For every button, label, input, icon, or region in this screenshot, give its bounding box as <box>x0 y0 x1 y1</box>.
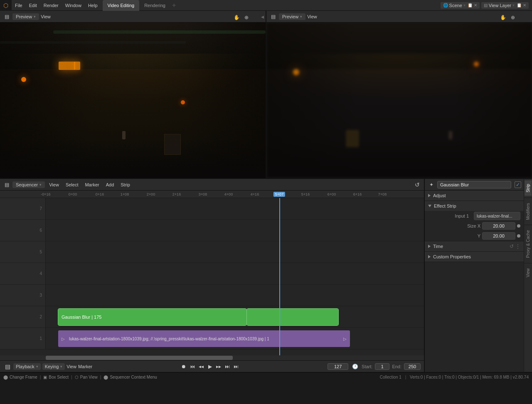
custom-properties-section: Custom Properties <box>425 252 524 262</box>
preview-right-type-selector[interactable]: Preview ▾ <box>279 13 305 20</box>
workspace-tabs: Video Editing Rendering + <box>103 0 441 11</box>
frame-controls: 🕐 Start: End: <box>328 362 421 371</box>
seq-menu-view[interactable]: View <box>47 179 62 190</box>
tab-view[interactable]: View <box>525 265 532 281</box>
add-workspace-button[interactable]: + <box>170 0 177 11</box>
custom-properties-section-header[interactable]: Custom Properties <box>425 252 524 262</box>
preview-area: ▤ Preview ▾ View ✋ ⊕ ◂ <box>0 11 532 179</box>
start-label: Start: <box>362 364 372 369</box>
end-label: End: <box>392 364 401 369</box>
tab-modifiers[interactable]: Modifiers <box>525 200 532 223</box>
step-forward-button[interactable]: ▸▸ <box>215 363 222 370</box>
adjust-section-header[interactable]: Adjust <box>425 191 524 201</box>
ruler-mark-current: 5+07 <box>273 192 285 197</box>
playback-menu-view[interactable]: View <box>66 364 76 369</box>
context-menu-button[interactable]: ⬤ Sequencer Context Menu <box>103 375 157 379</box>
blender-logo-icon[interactable]: ⬡ <box>0 0 12 11</box>
next-keyframe-button[interactable]: ⏭ <box>224 363 231 370</box>
menu-render[interactable]: Render <box>40 0 62 11</box>
seq-refresh-icon[interactable]: ↺ <box>413 181 421 189</box>
movie-strip[interactable]: ▷ lukas-walzer-final-artstation-1800x103… <box>58 330 350 347</box>
props-icon[interactable]: ✦ <box>427 181 436 189</box>
tab-video-editing[interactable]: Video Editing <box>103 0 140 11</box>
pan-view-button[interactable]: ⬡ Pan View <box>75 375 98 379</box>
menu-help[interactable]: Help <box>85 0 101 11</box>
preview-right-view-label[interactable]: View <box>307 14 317 19</box>
adjust-label: Adjust <box>433 193 446 198</box>
strip-name-input[interactable] <box>437 181 511 188</box>
track-row-5: 5 <box>0 241 424 263</box>
time-section-header[interactable]: Time ↺ ⋮ <box>425 241 524 251</box>
size-x-input[interactable]: 20.00 <box>482 222 515 230</box>
custom-props-label: Custom Properties <box>433 254 471 259</box>
time-section: Time ↺ ⋮ <box>425 241 524 252</box>
sequencer-scrollbar[interactable] <box>0 355 424 360</box>
preview-left-view-label[interactable]: View <box>41 14 51 19</box>
tab-proxy-cache[interactable]: Proxy & Cache <box>525 227 532 261</box>
jump-end-button[interactable]: ⏭ <box>232 363 240 370</box>
track-content-1: ▷ lukas-walzer-final-artstation-1800x103… <box>46 328 424 349</box>
preview-left-type-selector[interactable]: Preview ▾ <box>12 13 39 20</box>
current-frame-input[interactable] <box>328 363 348 370</box>
play-button[interactable]: ▶ <box>206 363 214 370</box>
step-back-button[interactable]: ◂◂ <box>197 363 205 370</box>
seq-menu-marker[interactable]: Marker <box>82 179 101 190</box>
preview-left-header: ▤ Preview ▾ View ✋ ⊕ ◂ <box>0 11 266 22</box>
keying-selector[interactable]: Keying ▾ <box>42 363 65 370</box>
custom-props-collapse-icon <box>428 255 431 258</box>
view-layer-selector[interactable]: ▤ View Layer ▾ 📋 ✕ <box>481 2 529 9</box>
playback-selector[interactable]: Playback ▾ <box>13 363 41 370</box>
time-sync-icon[interactable]: ↺ <box>510 243 514 249</box>
scene-selector[interactable]: 🌐 Scene ▾ 📋 ✕ <box>441 2 480 9</box>
prev-keyframe-button[interactable]: ⏮ <box>189 363 196 370</box>
preview-left-editor-icon[interactable]: ▤ <box>2 12 11 21</box>
pan-view-label: Pan View <box>80 375 98 379</box>
track-content-6 <box>46 220 424 241</box>
track-label-1: 1 <box>0 328 46 349</box>
status-divider-3: | <box>100 375 101 379</box>
size-y-label: Y <box>428 233 480 238</box>
box-select-button[interactable]: ▣ Box Select <box>43 375 69 379</box>
view-layer-name: View Layer <box>489 3 511 8</box>
menu-file[interactable]: File <box>12 0 26 11</box>
change-frame-button[interactable]: ⬤ Change Frame <box>3 375 37 379</box>
preview-left-hand-icon[interactable]: ✋ <box>232 13 241 22</box>
start-frame-input[interactable] <box>375 363 389 370</box>
playback-editor-icon[interactable]: ▤ <box>3 362 12 371</box>
effect-strip-section-header[interactable]: Effect Strip <box>425 201 524 211</box>
time-options-icon[interactable]: ⋮ <box>515 243 520 249</box>
preview-left-collapse-icon[interactable]: ◂ <box>261 13 264 20</box>
props-header: ✦ ✓ <box>425 179 524 191</box>
preview-left-canvas <box>0 22 266 178</box>
end-frame-input[interactable] <box>404 363 421 370</box>
strip-enable-checkbox[interactable]: ✓ <box>515 181 521 188</box>
preview-right-editor-icon[interactable]: ▤ <box>269 12 277 21</box>
menu-edit[interactable]: Edit <box>26 0 40 11</box>
sequencer-type-selector[interactable]: Sequencer ▾ <box>12 181 45 188</box>
jump-start-button[interactable]: ⏺ <box>180 363 187 370</box>
gaussian-blur-strip-right[interactable] <box>247 309 338 325</box>
track-label-5: 5 <box>0 241 46 263</box>
input1-value[interactable]: lukas-walzer-final... <box>474 212 520 220</box>
tab-strip[interactable]: Strip <box>525 181 532 196</box>
preview-right-zoom-icon[interactable]: ⊕ <box>509 13 517 22</box>
sequencer-timeline: -0+16 0+00 0+16 1+08 2+00 2+16 3+08 4+00… <box>0 191 424 360</box>
ruler-mark-13: 7+08 <box>378 192 387 196</box>
playback-controls: ⏺ ⏮ ◂◂ ▶ ▸▸ ⏭ ⏭ <box>180 363 240 370</box>
seq-menu-strip[interactable]: Strip <box>118 179 133 190</box>
effect-strip-section: Effect Strip Input 1 lukas-walzer-final.… <box>425 201 524 241</box>
size-x-keyframe-dot[interactable] <box>517 224 520 228</box>
seq-menu-add[interactable]: Add <box>103 179 117 190</box>
preview-right-hand-icon[interactable]: ✋ <box>499 13 507 22</box>
playback-menu-marker[interactable]: Marker <box>78 364 92 369</box>
preview-left-zoom-icon[interactable]: ⊕ <box>242 13 251 22</box>
tab-rendering[interactable]: Rendering <box>139 0 170 11</box>
gaussian-blur-strip-left[interactable]: Gaussian Blur | 175 <box>58 309 246 325</box>
sequencer-scrollbar-thumb[interactable] <box>46 356 233 360</box>
size-y-input[interactable]: 20.00 <box>482 232 515 240</box>
sequencer-editor-icon[interactable]: ▤ <box>2 181 11 189</box>
seq-menu-select[interactable]: Select <box>63 179 81 190</box>
size-y-keyframe-dot[interactable] <box>517 234 520 238</box>
status-bar-right: Collection 1 | Verts:0 | Faces:0 | Tris:… <box>160 375 529 379</box>
menu-window[interactable]: Window <box>62 0 85 11</box>
